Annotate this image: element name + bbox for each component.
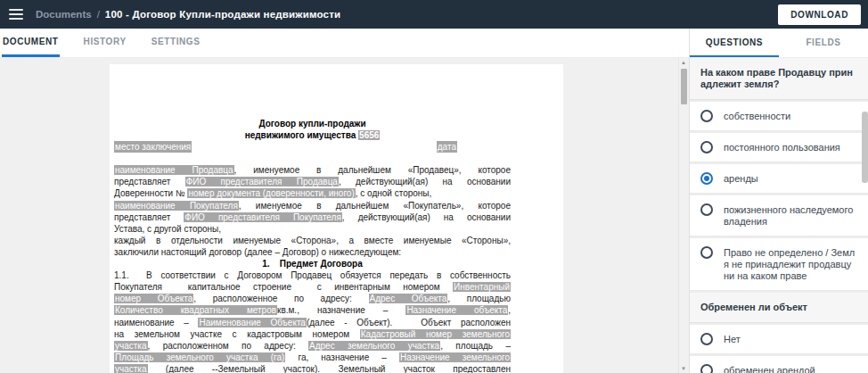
option-label: аренды bbox=[724, 172, 857, 185]
question-header: На каком праве Продавцу принадлежит земл… bbox=[690, 58, 868, 100]
field-highlight[interactable]: Назначение объекта bbox=[405, 305, 508, 315]
radio-option[interactable]: постоянного пользования bbox=[690, 133, 868, 162]
field-highlight[interactable]: Наименование Объекта bbox=[198, 318, 306, 327]
tab-history[interactable]: HISTORY bbox=[83, 29, 127, 57]
option-label: пожизненного наследуемого владения bbox=[724, 203, 857, 228]
field-highlight[interactable]: ФИО представителя Покупателя bbox=[184, 212, 342, 222]
radio-option[interactable]: аренды bbox=[690, 164, 868, 194]
field-highlight[interactable]: Адрес Объекта bbox=[369, 294, 448, 303]
tab-settings[interactable]: SETTINGS bbox=[151, 29, 201, 57]
document-line: представляет ФИО представителя Покупател… bbox=[114, 211, 511, 223]
field-highlight[interactable]: Кадастровый номер земельного bbox=[360, 329, 511, 339]
document-text: Договор купли-продажи bbox=[258, 119, 365, 128]
radio-icon[interactable] bbox=[700, 172, 713, 185]
questions-panel: QUESTIONS FIELDS На каком праве Продавцу… bbox=[689, 29, 868, 373]
document-text: заключили настоящий договор (далее – Дог… bbox=[114, 247, 401, 257]
document-text: , площадь – bbox=[440, 341, 511, 351]
field-highlight[interactable]: наименование Продавца bbox=[114, 165, 234, 175]
document-page: Договор купли-продажинедвижимого имущест… bbox=[110, 64, 563, 373]
radio-option[interactable]: Право не определено / Земля не принадлеж… bbox=[690, 238, 868, 291]
field-highlight[interactable]: Количество квадратных метров bbox=[114, 305, 277, 315]
radio-option[interactable]: обременен арендой bbox=[690, 356, 868, 373]
document-text: (далее --Земельный участок). Земельный у… bbox=[148, 364, 511, 373]
document-text: недвижимого имущества bbox=[245, 130, 358, 140]
field-highlight[interactable]: Площадь земельного участка (га) bbox=[114, 352, 285, 362]
tab-fields[interactable]: FIELDS bbox=[779, 29, 868, 57]
tab-questions[interactable]: QUESTIONS bbox=[690, 29, 779, 57]
field-highlight[interactable]: ФИО представителя Продавца bbox=[185, 177, 339, 186]
document-line: заключили настоящий договор (далее – Дог… bbox=[114, 246, 511, 258]
scroll-up-icon[interactable]: ▲ bbox=[679, 58, 688, 67]
document-line: место заключениядата bbox=[114, 141, 511, 153]
document-line: Устава, с другой стороны, bbox=[114, 223, 511, 235]
document-line: каждый в отдельности именуемые «Сторона»… bbox=[114, 235, 511, 246]
document-text: га, назначение – bbox=[285, 352, 399, 362]
field-highlight[interactable]: дата bbox=[437, 141, 457, 153]
document-line: участка (далее --Земельный участок). Зем… bbox=[114, 363, 511, 373]
field-highlight[interactable]: место заключения bbox=[114, 141, 192, 153]
field-highlight[interactable]: Инвентарный bbox=[453, 282, 511, 292]
radio-option[interactable]: собственности bbox=[690, 102, 868, 131]
document-text: , действующий(ая) на основании bbox=[339, 177, 511, 186]
document-line: 1. Предмет Договора bbox=[114, 258, 511, 269]
document-text: 1.1. В соответствии с Договором Продавец… bbox=[114, 270, 511, 280]
document-text: кв.м., назначение – bbox=[277, 305, 405, 315]
field-highlight[interactable]: наименование Покупателя bbox=[114, 201, 239, 211]
document-line: на земельном участке с кадастровым номер… bbox=[114, 328, 511, 340]
document-text: , bbox=[508, 305, 511, 315]
document-line bbox=[114, 153, 511, 164]
document-line: недвижимого имущества 5656 bbox=[114, 129, 511, 141]
tab-document[interactable]: DOCUMENT bbox=[2, 29, 60, 57]
document-line: Количество квадратных метровкв.м., назна… bbox=[114, 304, 511, 316]
panel-scrollbar-thumb[interactable] bbox=[862, 112, 868, 183]
radio-icon[interactable] bbox=[700, 141, 713, 153]
radio-icon[interactable] bbox=[700, 203, 713, 216]
document-text: на земельном участке с кадастровым номер… bbox=[114, 329, 360, 339]
field-highlight[interactable]: номер Объекта bbox=[114, 294, 193, 303]
app-window: Documents / 100 - Договор Купли-продажи … bbox=[0, 0, 868, 373]
document-text: каждый в отдельности именуемые «Сторона»… bbox=[114, 236, 511, 245]
scroll-down-icon[interactable]: ▼ bbox=[679, 364, 688, 373]
document-text: представляет bbox=[114, 212, 184, 222]
download-button[interactable]: DOWNLOAD bbox=[778, 4, 861, 25]
document-text: представляет bbox=[114, 177, 185, 186]
radio-icon[interactable] bbox=[700, 364, 713, 373]
document-scrollbar-thumb[interactable] bbox=[681, 69, 687, 104]
document-text: , расположенное по адресу: bbox=[193, 294, 368, 303]
document-text: 1. Предмет Договора bbox=[262, 259, 362, 269]
panel-scrollbar[interactable] bbox=[862, 58, 868, 373]
radio-option[interactable]: Нет bbox=[690, 325, 868, 354]
breadcrumb-documents[interactable]: Documents bbox=[36, 9, 92, 20]
radio-option[interactable]: пожизненного наследуемого владения bbox=[690, 195, 868, 236]
radio-icon[interactable] bbox=[700, 110, 713, 122]
document-text: , расположенном по адресу: bbox=[148, 341, 309, 351]
hamburger-menu-icon[interactable] bbox=[9, 9, 23, 20]
document-tabbar: DOCUMENT HISTORY SETTINGS bbox=[0, 29, 689, 58]
field-highlight[interactable]: Адрес земельного участка bbox=[308, 341, 440, 351]
document-scrollbar[interactable]: ▲ ▼ bbox=[678, 58, 688, 373]
document-line: номер Объекта, расположенное по адресу: … bbox=[114, 293, 511, 304]
option-label: постоянного пользования bbox=[724, 141, 857, 153]
radio-icon[interactable] bbox=[700, 333, 713, 345]
document-line: 1.1. В соответствии с Договором Продавец… bbox=[114, 269, 511, 281]
document-area: DOCUMENT HISTORY SETTINGS Договор купли-… bbox=[0, 29, 689, 373]
field-highlight[interactable]: 5656 bbox=[358, 130, 380, 140]
document-line: наименование Продавца, именуемое в дальн… bbox=[114, 164, 511, 176]
radio-icon[interactable] bbox=[700, 246, 713, 259]
document-text: Доверенности № bbox=[114, 188, 187, 198]
document-text: наименование – bbox=[114, 318, 198, 327]
breadcrumb-separator: / bbox=[97, 9, 100, 20]
field-highlight[interactable]: участка bbox=[114, 341, 148, 351]
field-highlight[interactable]: Назначение земельного bbox=[399, 352, 511, 362]
option-label: Право не определено / Земля не принадлеж… bbox=[724, 246, 857, 282]
option-label: собственности bbox=[724, 110, 857, 122]
top-header-bar: Documents / 100 - Договор Купли-продажи … bbox=[0, 0, 868, 29]
document-text: , с одной стороны, bbox=[356, 188, 432, 198]
option-label: Нет bbox=[724, 333, 857, 345]
document-line: Договор купли-продажи bbox=[114, 118, 511, 129]
field-highlight[interactable]: номер документа (доверенности, иного) bbox=[187, 188, 355, 198]
document-text: , именуемое в дальнейшем «Продавец», кот… bbox=[234, 165, 511, 175]
document-text: , именуемое в дальнейшем «Покупатель», к… bbox=[239, 201, 511, 211]
field-highlight[interactable]: участка bbox=[114, 364, 148, 373]
document-line: Покупателя капитальное строение с инвент… bbox=[114, 281, 511, 293]
